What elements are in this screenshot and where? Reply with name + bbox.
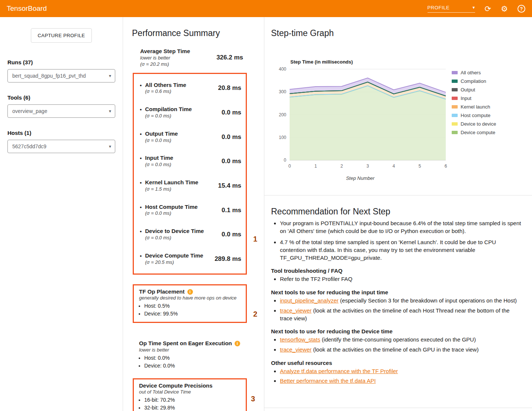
section-name: Op Time Spent on Eager Execution bbox=[139, 340, 232, 347]
runs-dropdown[interactable]: bert_squad_8gpu_fp16_pvt_thd ▾ bbox=[7, 69, 115, 82]
header-toolbar: PROFILE ▾ ⟳ ⚙ ? bbox=[428, 5, 525, 13]
device-tools-bullet: trace_viewer (look at the activities on … bbox=[280, 346, 522, 354]
legend-label: Compilation bbox=[461, 78, 486, 84]
legend-label: Device to device bbox=[461, 121, 496, 127]
metric-name: Compilation Time bbox=[145, 106, 192, 113]
bullet-icon: • bbox=[140, 204, 142, 217]
legend-swatch bbox=[452, 80, 458, 83]
metric-sigma: (σ = 20.5 ms) bbox=[145, 259, 203, 266]
recommendation-section: Recommendation for Next Step Your progra… bbox=[271, 207, 522, 385]
metric-sigma: (σ = 0.0 ms) bbox=[145, 113, 192, 119]
tfdata-api-link[interactable]: Better performance with the tf.data API bbox=[280, 378, 376, 384]
svg-text:5: 5 bbox=[419, 164, 421, 169]
tools-dropdown-value: overview_page bbox=[12, 108, 47, 114]
legend-item-host-compute: Host compute bbox=[452, 113, 496, 118]
faq-bullet: Refer to the TF2 Profiler FAQ bbox=[280, 275, 522, 283]
metric-name: Device Compute Time bbox=[145, 252, 203, 259]
metric-row: •Input Time(σ = 0.0 ms)0.0 ms bbox=[137, 149, 242, 174]
bullet-icon: • bbox=[140, 228, 142, 241]
performance-summary-title: Performance Summary bbox=[132, 28, 257, 38]
legend-swatch bbox=[452, 71, 458, 74]
legend-item-all-others: All others bbox=[452, 70, 496, 75]
chevron-down-icon: ▾ bbox=[109, 109, 111, 114]
section-note: lower is better bbox=[139, 347, 242, 353]
input-tools-bullet: trace_viewer (look at the activities on … bbox=[280, 307, 522, 322]
average-step-time-row: Average Step Time lower is better (σ = 2… bbox=[140, 48, 243, 68]
sidebar: CAPTURE PROFILE Runs (37) bert_squad_8gp… bbox=[0, 17, 123, 411]
metric-value: 0.1 ms bbox=[219, 207, 241, 214]
metric-row: •Device Compute Time(σ = 20.5 ms)289.8 m… bbox=[137, 247, 242, 271]
refresh-icon[interactable]: ⟳ bbox=[485, 5, 491, 13]
input-pipeline-analyzer-link[interactable]: input_pipeline_analyzer bbox=[280, 297, 339, 304]
metric-sigma: (σ = 0.0 ms) bbox=[145, 162, 173, 168]
legend-label: All others bbox=[461, 70, 481, 75]
metric-list: •All Others Time(σ = 0.6 ms)20.8 ms•Comp… bbox=[133, 73, 247, 275]
info-icon[interactable]: i bbox=[235, 341, 240, 346]
legend-label: Kernel launch bbox=[461, 104, 490, 110]
chevron-down-icon: ▾ bbox=[473, 5, 475, 10]
bullet-icon: • bbox=[140, 253, 142, 266]
other-resource-bullet: Analyze tf.data performance with the TF … bbox=[280, 368, 522, 375]
hosts-dropdown[interactable]: 5627c5dd7dc9 ▾ bbox=[7, 140, 115, 153]
svg-text:3: 3 bbox=[367, 164, 369, 169]
capture-profile-button[interactable]: CAPTURE PROFILE bbox=[31, 28, 91, 43]
legend-swatch bbox=[452, 122, 458, 126]
trace-viewer-link[interactable]: trace_viewer bbox=[280, 346, 312, 353]
bullet-icon: • bbox=[140, 106, 142, 119]
chart-title: Step Time (in milliseconds) bbox=[290, 59, 522, 65]
info-icon[interactable]: i bbox=[187, 289, 193, 295]
dashboard-selector-value: PROFILE bbox=[428, 5, 450, 10]
metric-sigma: (σ = 1.5 ms) bbox=[145, 186, 198, 192]
tools-label: Tools (6) bbox=[7, 94, 115, 101]
eager-execution-section: Op Time Spent on Eager Execution i lower… bbox=[133, 337, 247, 369]
legend-item-device-compute: Device compute bbox=[452, 130, 496, 135]
metric-value: 0.0 ms bbox=[219, 231, 241, 238]
annotation-3: 3 bbox=[251, 395, 255, 403]
runs-label: Runs (37) bbox=[7, 59, 115, 65]
svg-text:400: 400 bbox=[279, 67, 286, 72]
tools-dropdown[interactable]: overview_page ▾ bbox=[7, 104, 115, 118]
app-title: TensorBoard bbox=[7, 4, 47, 13]
app-header: TensorBoard PROFILE ▾ ⟳ ⚙ ? bbox=[0, 0, 532, 17]
bullet-icon: • bbox=[140, 179, 142, 192]
legend-item-device-to-device: Device to device bbox=[452, 121, 496, 127]
tf-op-host-value: Host: 0.5% bbox=[144, 302, 241, 310]
help-icon[interactable]: ? bbox=[518, 5, 525, 13]
metric-name: All Others Time bbox=[145, 82, 186, 89]
tf-op-placement-section: TF Op Placement i generally desired to h… bbox=[133, 284, 247, 323]
hosts-dropdown-value: 5627c5dd7dc9 bbox=[12, 143, 46, 149]
metric-row: •All Others Time(σ = 0.6 ms)20.8 ms bbox=[137, 76, 242, 101]
chevron-down-icon: ▾ bbox=[109, 144, 111, 149]
recommendation-bullet: Your program is POTENTIALLY input-bound … bbox=[280, 220, 522, 235]
precision-16bit-value: 16-bit: 70.2% bbox=[144, 397, 241, 404]
svg-text:300: 300 bbox=[279, 89, 286, 94]
main-panel: Step-time Graph Step Time (in millisecon… bbox=[264, 17, 532, 411]
legend-label: Output bbox=[461, 87, 475, 93]
tensorflow-stats-link[interactable]: tensorflow_stats bbox=[280, 336, 320, 343]
metric-sigma: (σ = 0.0 ms) bbox=[145, 210, 197, 217]
section-note: out of Total Device Time bbox=[139, 389, 241, 395]
metric-name: Host Compute Time bbox=[145, 204, 197, 211]
hosts-label: Hosts (1) bbox=[7, 130, 115, 136]
other-resources-heading: Other useful resources bbox=[271, 360, 522, 366]
precision-32bit-value: 32-bit: 29.8% bbox=[144, 404, 241, 411]
faq-heading: Tool troubleshooting / FAQ bbox=[271, 268, 522, 274]
step-time-graph-title: Step-time Graph bbox=[271, 28, 522, 38]
dashboard-selector[interactable]: PROFILE ▾ bbox=[428, 5, 475, 13]
step-time-chart: 01002003004000123456 Step Number All oth… bbox=[271, 65, 522, 181]
metric-row: •Device to Device Time(σ = 0.0 ms)0.0 ms bbox=[137, 222, 242, 247]
svg-text:1: 1 bbox=[315, 164, 317, 169]
gear-icon[interactable]: ⚙ bbox=[501, 5, 508, 13]
tfdata-performance-link[interactable]: Analyze tf.data performance with the TF … bbox=[280, 368, 398, 374]
metric-row: •Output Time(σ = 0.0 ms)0.0 ms bbox=[137, 125, 242, 149]
recommendation-title: Recommendation for Next Step bbox=[271, 207, 522, 217]
svg-text:2: 2 bbox=[341, 164, 343, 169]
legend-item-output: Output bbox=[452, 87, 496, 93]
metric-value: 0.0 ms bbox=[219, 109, 241, 116]
device-tools-bullet: tensorflow_stats (identify the time-cons… bbox=[280, 336, 522, 344]
trace-viewer-link[interactable]: trace_viewer bbox=[280, 307, 312, 314]
input-tools-bullet: input_pipeline_analyzer (especially Sect… bbox=[280, 297, 522, 305]
metric-row: •Host Compute Time(σ = 0.0 ms)0.1 ms bbox=[137, 198, 242, 223]
metric-name: Input Time bbox=[145, 155, 173, 162]
performance-summary-panel: Performance Summary Average Step Time lo… bbox=[123, 17, 264, 411]
